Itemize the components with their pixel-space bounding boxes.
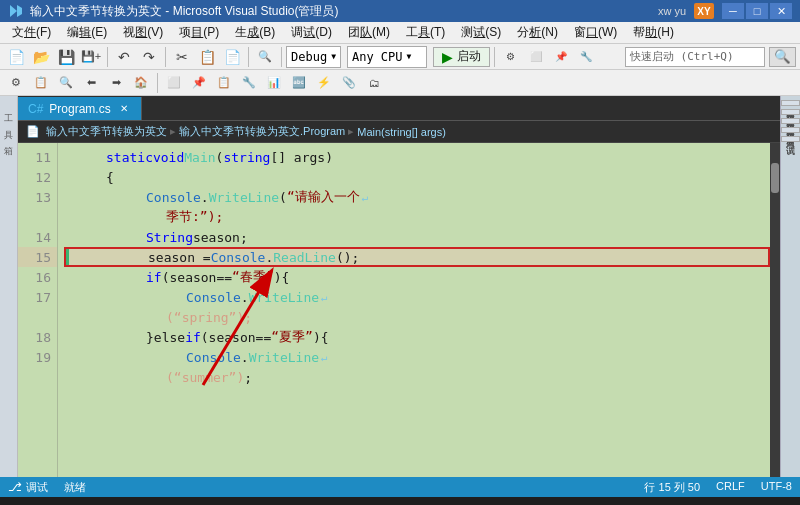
undo-button[interactable]: ↶ — [112, 45, 136, 69]
menu-window[interactable]: 窗口(W) — [566, 22, 625, 44]
tb2-btn-6[interactable]: 🏠 — [129, 71, 153, 95]
menu-view[interactable]: 视图(V) — [115, 22, 171, 44]
svg-marker-1 — [17, 5, 22, 17]
left-sidebar: 工 具 箱 — [0, 96, 18, 477]
menu-project[interactable]: 项目(P) — [171, 22, 227, 44]
status-line-col: 行 15 列 50 — [644, 480, 700, 495]
tb2-btn-12[interactable]: 🔤 — [287, 71, 311, 95]
panel-error-channel-3[interactable]: 错误频道 — [781, 118, 800, 124]
code-line-11: static void Main ( string [] args) — [66, 147, 772, 167]
menu-edit[interactable]: 编辑(E) — [59, 22, 115, 44]
menu-team[interactable]: 团队(M) — [340, 22, 398, 44]
new-file-button[interactable]: 📄 — [4, 45, 28, 69]
svg-marker-0 — [10, 5, 17, 17]
code-line-18: }else if (season== “夏季” ){ — [66, 327, 772, 347]
line-num-11: 11 — [18, 147, 57, 167]
line-num-19b — [18, 367, 57, 387]
code-line-14: String season; — [66, 227, 772, 247]
tb2-btn-9[interactable]: 📋 — [212, 71, 236, 95]
breadcrumb-method[interactable]: Main(string[] args) — [357, 126, 446, 138]
restore-button[interactable]: □ — [746, 3, 768, 19]
scroll-thumb[interactable] — [771, 163, 779, 193]
code-line-19b: (“summer”) ; — [66, 367, 772, 387]
menu-help[interactable]: 帮助(H) — [625, 22, 682, 44]
minimize-button[interactable]: ─ — [722, 3, 744, 19]
breadcrumb-class[interactable]: 输入中文季节转换为英文.Program — [179, 124, 345, 139]
cpu-config-label: Any CPU — [352, 50, 403, 64]
cpu-config-dropdown[interactable]: Any CPU ▼ — [347, 46, 427, 68]
menu-build[interactable]: 生成(B) — [227, 22, 283, 44]
tb2-btn-2[interactable]: 📋 — [29, 71, 53, 95]
tb-btn-1[interactable]: ⚙ — [499, 45, 523, 69]
tab-program-cs-label: Program.cs — [49, 102, 110, 116]
status-branch: ⎇ 调试 — [8, 480, 48, 495]
window-title: 输入中文季节转换为英文 - Microsoft Visual Studio(管理… — [30, 3, 658, 20]
panel-input-window[interactable]: 输入窗口 — [781, 127, 800, 133]
debug-config-dropdown[interactable]: Debug ▼ — [286, 46, 341, 68]
open-button[interactable]: 📂 — [29, 45, 53, 69]
window-controls: ─ □ ✕ — [722, 3, 792, 19]
find-button[interactable]: 🔍 — [253, 45, 277, 69]
sidebar-icon-3: 箱 — [2, 132, 16, 146]
tb2-btn-3[interactable]: 🔍 — [54, 71, 78, 95]
user-name: xw yu — [658, 5, 686, 17]
search-go-button[interactable]: 🔍 — [769, 47, 796, 67]
paste-button[interactable]: 📄 — [220, 45, 244, 69]
tb2-btn-10[interactable]: 🔧 — [237, 71, 261, 95]
tb2-btn-7[interactable]: ⬜ — [162, 71, 186, 95]
copy-button[interactable]: 📋 — [195, 45, 219, 69]
tb2-sep — [157, 73, 158, 93]
tb2-btn-13[interactable]: ⚡ — [312, 71, 336, 95]
panel-debug[interactable]: 调试 — [781, 136, 800, 142]
right-sidebar: 错误频道 错误频道 错误频道 输入窗口 调试 — [780, 96, 800, 477]
code-editor[interactable]: 11 12 13 14 15 16 17 18 19 static voi — [18, 143, 780, 477]
breadcrumb-project[interactable]: 输入中文季节转换为英文 — [46, 124, 167, 139]
menu-analyze[interactable]: 分析(N) — [509, 22, 566, 44]
tb2-btn-4[interactable]: ⬅ — [79, 71, 103, 95]
line-num-19: 19 — [18, 347, 57, 367]
save-all-button[interactable]: 💾+ — [79, 45, 103, 69]
separator-2 — [165, 47, 166, 67]
tab-close-button[interactable]: ✕ — [117, 102, 131, 116]
wrap-icon-17: ↵ — [321, 291, 328, 304]
code-line-16: if (season== “春季” ){ — [66, 267, 772, 287]
toolbar2: ⚙ 📋 🔍 ⬅ ➡ 🏠 ⬜ 📌 📋 🔧 📊 🔤 ⚡ 📎 🗂 — [0, 70, 800, 96]
tb2-btn-14[interactable]: 📎 — [337, 71, 361, 95]
menu-file[interactable]: 文件(F) — [4, 22, 59, 44]
menu-tools[interactable]: 工具(T) — [398, 22, 453, 44]
line-num-17b — [18, 307, 57, 327]
tb2-btn-8[interactable]: 📌 — [187, 71, 211, 95]
tb-btn-2[interactable]: ⬜ — [524, 45, 548, 69]
start-label: 启动 — [457, 48, 481, 65]
cpu-dropdown-arrow: ▼ — [407, 52, 412, 61]
panel-error-channel-1[interactable]: 错误频道 — [781, 100, 800, 106]
close-button[interactable]: ✕ — [770, 3, 792, 19]
start-button[interactable]: ▶ 启动 — [433, 47, 490, 67]
tb-btn-3[interactable]: 📌 — [549, 45, 573, 69]
title-bar: 输入中文季节转换为英文 - Microsoft Visual Studio(管理… — [0, 0, 800, 22]
line-num-18: 18 — [18, 327, 57, 347]
panel-error-channel-2[interactable]: 错误频道 — [781, 109, 800, 115]
line-num-13b — [18, 207, 57, 227]
save-button[interactable]: 💾 — [54, 45, 78, 69]
cut-button[interactable]: ✂ — [170, 45, 194, 69]
menu-test[interactable]: 测试(S) — [453, 22, 509, 44]
vertical-scrollbar[interactable] — [770, 143, 780, 477]
menu-debug[interactable]: 调试(D) — [283, 22, 340, 44]
tb2-btn-15[interactable]: 🗂 — [362, 71, 386, 95]
branch-icon: ⎇ — [8, 480, 22, 494]
code-line-15: season = Console . ReadLine (); — [64, 247, 770, 267]
code-content[interactable]: static void Main ( string [] args) { Con… — [58, 143, 780, 477]
sidebar-icon-2: 具 — [2, 116, 16, 130]
tb-btn-4[interactable]: 🔧 — [574, 45, 598, 69]
tb2-btn-1[interactable]: ⚙ — [4, 71, 28, 95]
quick-search-input[interactable]: 快速启动 (Ctrl+Q) — [625, 47, 765, 67]
line-num-16: 16 — [18, 267, 57, 287]
tb2-btn-5[interactable]: ➡ — [104, 71, 128, 95]
wrap-icon-19: ↵ — [321, 351, 328, 364]
redo-button[interactable]: ↷ — [137, 45, 161, 69]
tab-program-cs[interactable]: C# Program.cs ✕ — [18, 97, 142, 120]
tb2-btn-11[interactable]: 📊 — [262, 71, 286, 95]
separator-3 — [248, 47, 249, 67]
main-area: 工 具 箱 C# Program.cs ✕ 📄 输入中文季节转换为英文 ▸ 输入… — [0, 96, 800, 477]
